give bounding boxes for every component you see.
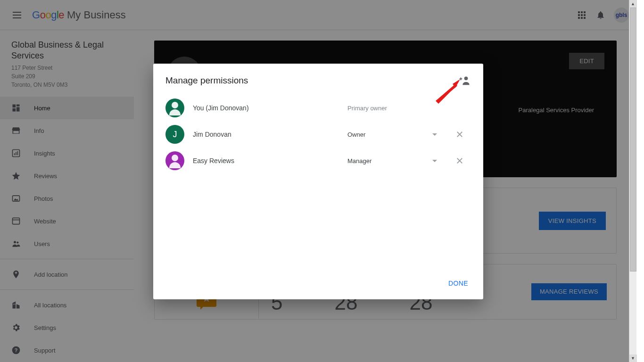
done-button[interactable]: DONE	[444, 276, 473, 291]
os-scrollbar[interactable]: ▲ ▼	[629, 0, 636, 362]
chevron-down-icon[interactable]	[432, 160, 437, 162]
add-user-button[interactable]	[458, 74, 471, 87]
permission-row: JJim DonovanOwner	[165, 121, 471, 148]
role-dropdown[interactable]: Owner	[347, 131, 432, 138]
permission-row: Easy ReviewsManager	[165, 148, 471, 174]
modal-scrim[interactable]: Manage permissions You (Jim Donovan)Prim…	[0, 0, 636, 362]
remove-user-button[interactable]	[453, 128, 466, 141]
manage-permissions-dialog: Manage permissions You (Jim Donovan)Prim…	[153, 64, 483, 299]
role-label: Primary owner	[347, 105, 442, 112]
scroll-up-button[interactable]: ▲	[629, 0, 637, 8]
user-avatar: J	[165, 125, 184, 144]
user-name: Jim Donovan	[193, 131, 339, 138]
svg-point-17	[464, 76, 468, 80]
permissions-list: You (Jim Donovan)Primary ownerJJim Donov…	[153, 91, 483, 178]
role-dropdown[interactable]: Manager	[347, 157, 432, 165]
person-add-icon	[458, 74, 471, 87]
user-avatar	[165, 151, 184, 170]
user-name: Easy Reviews	[193, 157, 339, 165]
close-icon	[455, 130, 464, 139]
scroll-thumb[interactable]	[630, 8, 636, 272]
svg-rect-19	[460, 77, 461, 80]
user-avatar	[165, 99, 184, 117]
scroll-track[interactable]	[629, 8, 637, 354]
user-name: You (Jim Donovan)	[193, 104, 339, 112]
permission-row: You (Jim Donovan)Primary owner	[165, 95, 471, 121]
dialog-title: Manage permissions	[165, 75, 458, 86]
remove-user-button[interactable]	[453, 154, 466, 167]
close-icon	[455, 156, 464, 165]
chevron-down-icon[interactable]	[432, 133, 437, 136]
scroll-down-button[interactable]: ▼	[629, 354, 637, 362]
